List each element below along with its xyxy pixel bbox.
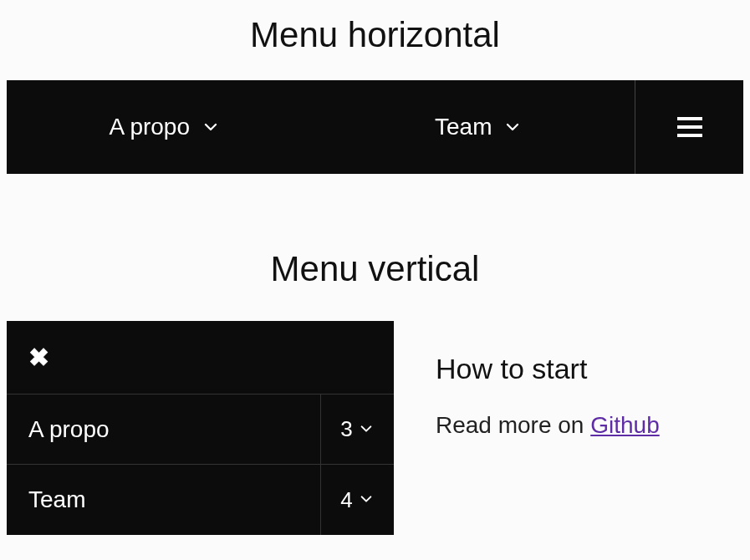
chevron-down-icon	[203, 120, 218, 135]
hmenu-item-team[interactable]: Team	[321, 80, 635, 174]
side-panel: How to start Read more on Github	[436, 321, 660, 535]
lower-section: ✖ A propo 3 Team 4 How to start Read mo	[0, 321, 750, 535]
github-link[interactable]: Github	[590, 412, 660, 438]
chevron-down-icon	[360, 422, 375, 437]
vmenu-count-value: 4	[340, 487, 352, 513]
hmenu-burger-button[interactable]	[635, 80, 743, 174]
side-heading: How to start	[436, 351, 660, 387]
hmenu-item-label: Team	[435, 114, 492, 140]
menu-horizontal: A propo Team	[7, 80, 743, 174]
vmenu-item-apropo[interactable]: A propo	[7, 395, 320, 464]
hmenu-item-apropo[interactable]: A propo	[7, 80, 321, 174]
chevron-down-icon	[360, 492, 375, 507]
close-icon: ✖	[28, 345, 49, 370]
hamburger-icon	[677, 117, 702, 137]
vmenu-item-team[interactable]: Team	[7, 465, 320, 535]
hmenu-item-label: A propo	[109, 114, 190, 140]
vmenu-count-apropo[interactable]: 3	[320, 395, 394, 464]
vmenu-close-button[interactable]: ✖	[7, 321, 394, 395]
vmenu-count-value: 3	[340, 416, 352, 442]
vmenu-count-team[interactable]: 4	[320, 465, 394, 535]
side-text: Read more on Github	[436, 409, 660, 441]
chevron-down-icon	[505, 120, 520, 135]
heading-vertical: Menu vertical	[0, 249, 750, 289]
vmenu-row: A propo 3	[7, 395, 394, 465]
vmenu-row: Team 4	[7, 465, 394, 535]
menu-vertical: ✖ A propo 3 Team 4	[7, 321, 394, 535]
heading-horizontal: Menu horizontal	[0, 15, 750, 55]
side-intro: Read more on	[436, 412, 590, 438]
